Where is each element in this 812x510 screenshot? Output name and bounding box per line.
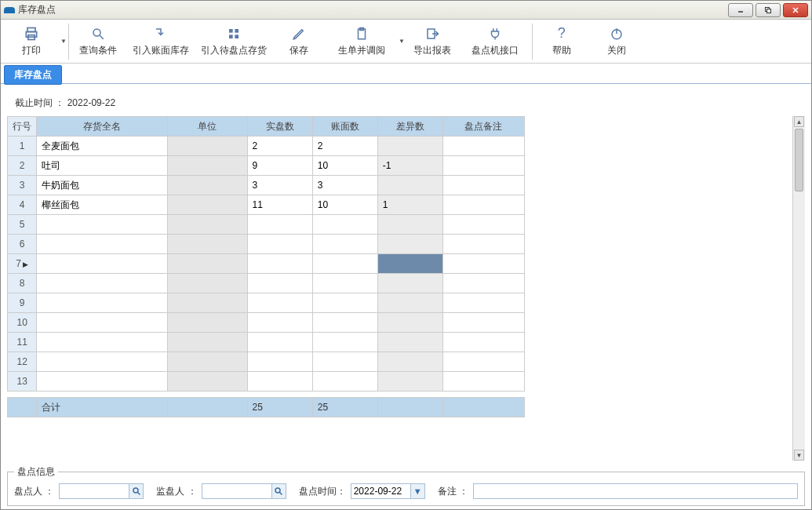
cell-book[interactable] [312,333,377,352]
cell-book[interactable] [312,274,377,293]
cell-diff[interactable] [377,254,442,274]
close-button[interactable] [783,3,808,17]
col-diff[interactable]: 差异数 [377,117,442,137]
table-row[interactable]: 13 [8,372,525,392]
table-row[interactable]: 10 [8,313,525,333]
cell-diff[interactable] [377,235,442,254]
cell-remark[interactable] [442,254,524,274]
cell-name[interactable]: 牛奶面包 [37,176,167,195]
vertical-scrollbar[interactable]: ▲ ▼ [792,116,805,461]
cell-name[interactable] [37,293,167,313]
cell-actual[interactable] [247,274,312,293]
cell-book[interactable] [312,235,377,254]
cell-remark[interactable] [442,352,524,372]
search-icon[interactable] [129,484,143,498]
cell-actual[interactable] [247,235,312,254]
cell-remark[interactable] [442,293,524,313]
cell-remark[interactable] [442,274,524,293]
cell-remark[interactable] [442,235,524,254]
save-button[interactable]: 保存 [271,22,326,61]
cell-remark[interactable] [442,313,524,333]
cell-name[interactable] [37,215,167,235]
minimize-button[interactable] [728,3,753,17]
cell-remark[interactable] [442,333,524,352]
cell-name[interactable] [37,313,167,333]
cell-diff[interactable] [377,372,442,392]
cell-book[interactable]: 10 [312,195,377,215]
cell-book[interactable] [312,293,377,313]
cell-diff[interactable]: -1 [377,156,442,176]
query-button[interactable]: 查询条件 [71,22,126,61]
checker-input[interactable] [60,484,129,498]
cell-book[interactable] [312,215,377,235]
table-row[interactable]: 4椰丝面包11101 [8,195,525,215]
cell-book[interactable] [312,372,377,392]
cell-name[interactable] [37,372,167,392]
col-actual[interactable]: 实盘数 [247,117,312,137]
print-button[interactable]: 打印 [4,22,59,61]
table-row[interactable]: 5 [8,215,525,235]
cell-name[interactable] [37,352,167,372]
cell-name[interactable] [37,235,167,254]
cell-diff[interactable] [377,333,442,352]
cell-book[interactable]: 2 [312,137,377,156]
close-app-button[interactable]: 关闭 [589,22,644,61]
cell-unit[interactable] [167,137,247,156]
scrollbar-thumb[interactable] [795,129,803,191]
cell-name[interactable] [37,254,167,274]
import-book-button[interactable]: 引入账面库存 [126,22,196,61]
cell-name[interactable]: 吐司 [37,156,167,176]
cell-remark[interactable] [442,137,524,156]
cell-unit[interactable] [167,156,247,176]
chevron-down-icon[interactable]: ▼ [60,38,67,45]
cell-actual[interactable] [247,372,312,392]
chevron-down-icon[interactable]: ▼ [410,484,424,498]
table-row[interactable]: 11 [8,333,525,352]
chevron-down-icon[interactable]: ▼ [399,38,405,45]
table-row[interactable]: 1全麦面包22 [8,137,525,156]
cell-actual[interactable]: 3 [247,176,312,195]
cell-unit[interactable] [167,176,247,195]
cell-diff[interactable] [377,176,442,195]
cell-diff[interactable] [377,293,442,313]
cell-diff[interactable] [377,274,442,293]
cell-unit[interactable] [167,313,247,333]
remark-input[interactable] [473,483,798,499]
table-row[interactable]: 3牛奶面包33 [8,176,525,195]
cell-unit[interactable] [167,352,247,372]
cell-actual[interactable] [247,333,312,352]
cell-remark[interactable] [442,195,524,215]
export-button[interactable]: 导出报表 [405,22,460,61]
cell-unit[interactable] [167,274,247,293]
cell-remark[interactable] [442,176,524,195]
table-row[interactable]: 6 [8,235,525,254]
col-unit[interactable]: 单位 [167,117,247,137]
cell-diff[interactable]: 1 [377,195,442,215]
scroll-down-icon[interactable]: ▼ [794,450,804,461]
cell-unit[interactable] [167,215,247,235]
cell-unit[interactable] [167,195,247,215]
cell-actual[interactable] [247,293,312,313]
table-row[interactable]: 9 [8,293,525,313]
check-time-input[interactable] [351,484,410,498]
checker-picker[interactable] [59,483,144,499]
cell-book[interactable] [312,352,377,372]
tab-inventory-check[interactable]: 库存盘点 [4,65,62,85]
table-row[interactable]: 8 [8,274,525,293]
scroll-up-icon[interactable]: ▲ [794,116,804,127]
cell-actual[interactable] [247,352,312,372]
maximize-button[interactable] [756,3,781,17]
cell-remark[interactable] [442,215,524,235]
cell-name[interactable]: 椰丝面包 [37,195,167,215]
cell-book[interactable]: 3 [312,176,377,195]
cell-actual[interactable]: 11 [247,195,312,215]
col-name[interactable]: 存货全名 [37,117,167,137]
cell-unit[interactable] [167,293,247,313]
cell-actual[interactable] [247,313,312,333]
help-button[interactable]: ? 帮助 [534,22,589,61]
cell-remark[interactable] [442,372,524,392]
col-remark[interactable]: 盘点备注 [442,117,524,137]
cell-remark[interactable] [442,156,524,176]
cell-actual[interactable] [247,215,312,235]
cell-book[interactable]: 10 [312,156,377,176]
